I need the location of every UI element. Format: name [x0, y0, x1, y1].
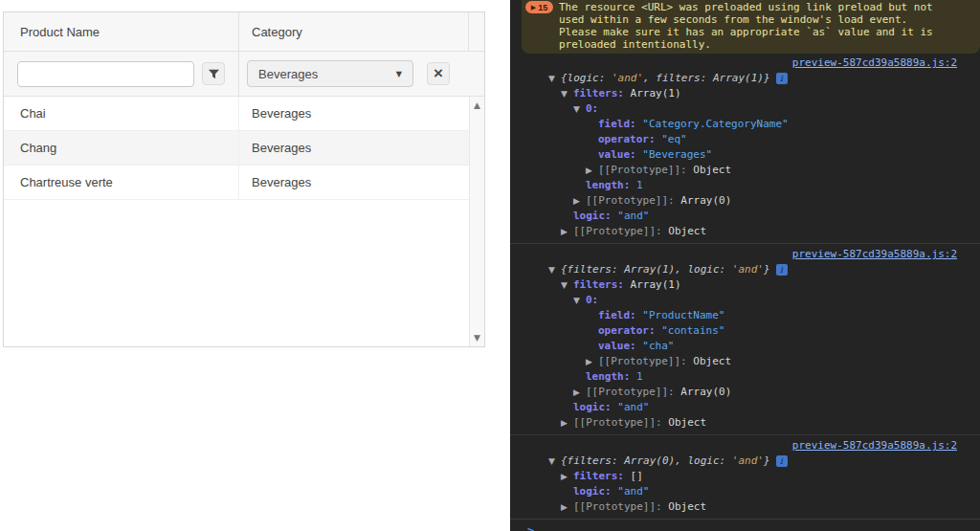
property-value: "Category.CategoryName" — [636, 118, 789, 130]
warning-text-line: The resource <URL> was preloaded using l… — [559, 1, 972, 13]
column-header-label: Category — [252, 25, 302, 39]
grid-body: ChaiBeveragesChangBeveragesChartreuse ve… — [4, 97, 469, 346]
source-link[interactable]: preview-587cd39a5889a.js:2 — [792, 248, 957, 260]
category-cell: Beverages — [239, 166, 469, 199]
info-icon: i — [776, 73, 788, 84]
property-value: [] — [624, 470, 643, 482]
category-filter-cell: Beverages ▼ × — [239, 52, 484, 96]
collapse-arrow-icon[interactable]: ▼ — [573, 101, 586, 117]
console-log-entry: preview-587cd39a5889a.js:2▼{filters: Arr… — [510, 243, 980, 434]
property-value: Object — [662, 225, 706, 237]
console-property-row: length: 1 — [510, 369, 980, 385]
property-key: length: — [586, 370, 630, 383]
warning-count: 15 — [538, 0, 547, 15]
expand-triangle-icon: ▶ — [531, 0, 536, 15]
property-key: [[Prototype]]: — [573, 416, 662, 429]
console-property-row: logic: "and" — [510, 209, 980, 224]
console-prompt[interactable]: > — [510, 519, 980, 531]
property-key: [[Prototype]]: — [586, 194, 675, 207]
console-property-row: ▶[[Prototype]]: Object — [510, 354, 980, 369]
table-row[interactable]: Chartreuse verteBeverages — [4, 166, 469, 200]
funnel-icon — [208, 68, 220, 80]
expand-arrow-icon[interactable]: ▶ — [573, 193, 586, 209]
info-icon: i — [776, 455, 788, 467]
console-property-row: ▶[[Prototype]]: Array(0) — [510, 385, 980, 400]
product-filter-input[interactable] — [17, 61, 194, 87]
property-value: "contains" — [656, 324, 725, 337]
collapse-arrow-icon[interactable]: ▼ — [548, 454, 561, 469]
grid-filter-row: Beverages ▼ × — [4, 52, 484, 97]
console-property-row: ▼filters: Array(1) — [510, 86, 980, 101]
property-key: 0: — [586, 294, 598, 306]
table-row[interactable]: ChangBeverages — [4, 131, 469, 166]
source-link[interactable]: preview-587cd39a5889a.js:2 — [792, 439, 957, 452]
console-property-row: value: "cha" — [510, 339, 980, 354]
property-value: "and" — [612, 485, 650, 498]
chevron-down-icon: ▼ — [396, 70, 402, 78]
collapse-arrow-icon[interactable]: ▼ — [548, 71, 561, 86]
console-log-entry: preview-587cd39a5889a.js:2▼{logic: 'and'… — [510, 55, 980, 243]
source-location: preview-587cd39a5889a.js:2 — [510, 247, 980, 262]
property-value: Array(1) — [624, 278, 681, 291]
collapse-arrow-icon[interactable]: ▼ — [548, 262, 561, 277]
source-link[interactable]: preview-587cd39a5889a.js:2 — [792, 56, 957, 69]
column-header-category[interactable]: Category — [239, 12, 469, 51]
category-filter-dropdown[interactable]: Beverages ▼ — [247, 60, 413, 87]
console-property-row: ▶[[Prototype]]: Array(0) — [510, 193, 980, 209]
object-preview-row: ▼{filters: Array(0), logic: 'and'}i — [510, 454, 980, 469]
console-property-row: ▶[[Prototype]]: Object — [510, 163, 980, 178]
scroll-down-icon[interactable]: ▼ — [470, 333, 484, 343]
console-property-row: logic: "and" — [510, 400, 980, 415]
console-property-row: value: "Beverages" — [510, 147, 980, 163]
property-key: [[Prototype]]: — [573, 225, 662, 237]
console-log-entry: preview-587cd39a5889a.js:2▼{filters: Arr… — [510, 434, 980, 519]
grid-scrollbar[interactable]: ▲ ▼ — [469, 97, 484, 346]
source-location: preview-587cd39a5889a.js:2 — [510, 438, 980, 454]
property-key: field: — [598, 309, 636, 321]
collapse-arrow-icon[interactable]: ▼ — [561, 277, 573, 293]
expand-arrow-icon[interactable]: ▶ — [561, 415, 573, 431]
property-key: filters: — [573, 87, 624, 100]
object-preview: {logic: 'and', filters: Array(1)} — [561, 72, 770, 84]
expand-arrow-icon[interactable]: ▶ — [586, 354, 598, 369]
collapse-arrow-icon[interactable]: ▼ — [561, 86, 573, 101]
property-key: [[Prototype]]: — [598, 355, 687, 367]
property-value: "and" — [612, 210, 650, 222]
property-value: Array(0) — [675, 194, 732, 207]
property-value: "cha" — [636, 340, 675, 352]
table-row[interactable]: ChaiBeverages — [4, 97, 469, 131]
object-preview: {filters: Array(0), logic: 'and'} — [561, 454, 770, 467]
expand-arrow-icon[interactable]: ▶ — [561, 499, 573, 515]
console-property-row: field: "Category.CategoryName" — [510, 117, 980, 132]
expand-arrow-icon[interactable]: ▶ — [561, 224, 573, 239]
console-log: preview-587cd39a5889a.js:2▼{logic: 'and'… — [510, 54, 980, 519]
property-value: Array(0) — [675, 386, 732, 398]
console-property-row: ▼0: — [510, 101, 980, 117]
property-value: Object — [687, 164, 731, 176]
clear-filter-button[interactable]: × — [427, 62, 450, 85]
collapse-arrow-icon[interactable]: ▼ — [573, 293, 586, 308]
object-preview-row: ▼{logic: 'and', filters: Array(1)}i — [510, 71, 980, 86]
console-property-row: logic: "and" — [510, 484, 980, 499]
source-location: preview-587cd39a5889a.js:2 — [510, 55, 980, 71]
product-name-cell: Chartreuse verte — [4, 166, 239, 199]
console-property-row: operator: "eq" — [510, 132, 980, 147]
category-cell: Beverages — [239, 131, 469, 165]
expand-arrow-icon[interactable]: ▶ — [573, 385, 586, 400]
category-cell: Beverages — [239, 97, 469, 130]
console-property-row: ▶[[Prototype]]: Object — [510, 224, 980, 239]
expand-arrow-icon[interactable]: ▶ — [561, 469, 573, 484]
property-value: 1 — [630, 370, 642, 383]
warning-count-badge[interactable]: ▶ 15 — [525, 1, 553, 13]
property-key: length: — [586, 179, 630, 191]
column-header-product-name[interactable]: Product Name — [4, 12, 239, 51]
property-key: field: — [598, 118, 636, 130]
console-property-row: operator: "contains" — [510, 323, 980, 339]
expand-arrow-icon[interactable]: ▶ — [586, 163, 598, 178]
dropdown-selected-value: Beverages — [258, 67, 318, 81]
grid-header-row: Product Name Category — [4, 12, 484, 52]
scroll-up-icon[interactable]: ▲ — [470, 100, 484, 110]
property-key: [[Prototype]]: — [598, 164, 687, 176]
filter-button[interactable] — [202, 62, 225, 85]
console-property-row: ▶[[Prototype]]: Object — [510, 415, 980, 431]
